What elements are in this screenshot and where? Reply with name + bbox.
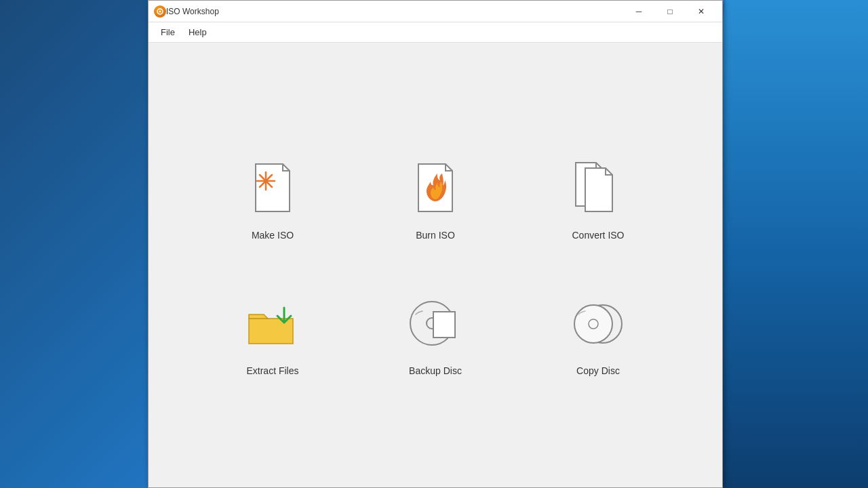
make-iso-icon — [239, 154, 307, 222]
burn-iso-label: Burn ISO — [416, 230, 455, 241]
make-iso-button[interactable]: Make ISO — [205, 143, 340, 251]
backup-disc-button[interactable]: Backup Disc — [368, 279, 503, 387]
extract-files-button[interactable]: Extract Files — [205, 279, 340, 387]
window-controls: ─ □ ✕ — [623, 1, 717, 22]
extract-files-icon — [239, 289, 307, 357]
window-title: ISO Workshop — [166, 7, 623, 16]
svg-rect-13 — [433, 312, 455, 338]
backup-disc-icon — [401, 289, 469, 357]
title-bar: ISO Workshop ─ □ ✕ — [149, 1, 722, 22]
make-iso-label: Make ISO — [252, 230, 294, 241]
menu-bar: File Help — [149, 22, 722, 43]
svg-point-1 — [159, 10, 161, 12]
menu-help[interactable]: Help — [182, 24, 214, 40]
convert-iso-icon — [564, 154, 632, 222]
close-button[interactable]: ✕ — [686, 1, 717, 22]
convert-iso-button[interactable]: Convert ISO — [530, 143, 666, 251]
copy-disc-icon — [564, 289, 632, 357]
main-content: Make ISO Burn ISO — [149, 43, 722, 487]
burn-iso-button[interactable]: Burn ISO — [368, 143, 503, 251]
function-grid: Make ISO Burn ISO — [191, 129, 679, 401]
copy-disc-button[interactable]: Copy Disc — [530, 279, 666, 387]
app-window: ISO Workshop ─ □ ✕ File Help — [148, 0, 723, 488]
menu-file[interactable]: File — [154, 24, 182, 40]
maximize-button[interactable]: □ — [654, 1, 686, 22]
backup-disc-label: Backup Disc — [409, 365, 462, 376]
extract-files-label: Extract Files — [246, 365, 298, 376]
svg-point-16 — [574, 305, 612, 343]
minimize-button[interactable]: ─ — [623, 1, 654, 22]
convert-iso-label: Convert ISO — [572, 230, 624, 241]
copy-disc-label: Copy Disc — [576, 365, 620, 376]
app-icon — [154, 5, 166, 18]
burn-iso-icon — [401, 154, 469, 222]
